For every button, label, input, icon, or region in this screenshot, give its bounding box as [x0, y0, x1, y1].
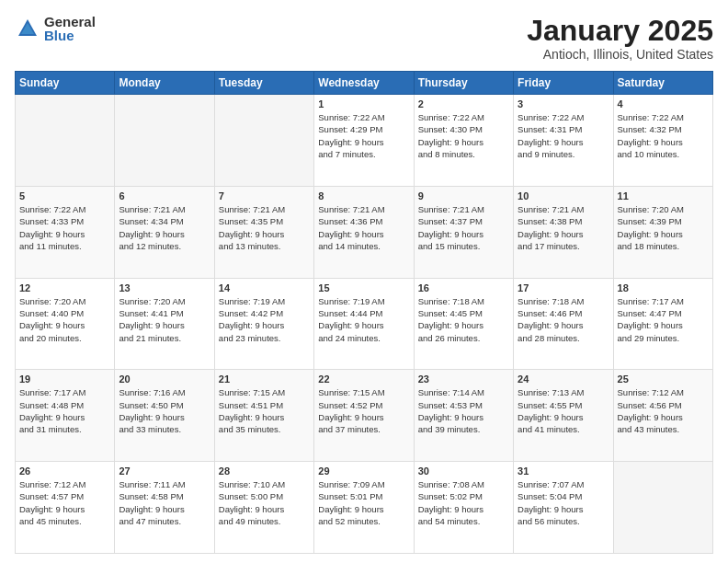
day-info: Sunrise: 7:21 AM Sunset: 4:34 PM Dayligh…	[119, 203, 210, 252]
calendar-cell: 17Sunrise: 7:18 AM Sunset: 4:46 PM Dayli…	[514, 278, 613, 370]
day-info: Sunrise: 7:19 AM Sunset: 4:42 PM Dayligh…	[219, 295, 310, 344]
day-number: 5	[19, 190, 110, 201]
calendar-week-5: 26Sunrise: 7:12 AM Sunset: 4:57 PM Dayli…	[16, 462, 713, 554]
calendar-cell: 10Sunrise: 7:21 AM Sunset: 4:38 PM Dayli…	[514, 186, 613, 278]
weekday-header-saturday: Saturday	[613, 72, 712, 95]
day-info: Sunrise: 7:09 AM Sunset: 5:01 PM Dayligh…	[318, 478, 409, 527]
day-info: Sunrise: 7:18 AM Sunset: 4:45 PM Dayligh…	[418, 295, 509, 344]
day-info: Sunrise: 7:22 AM Sunset: 4:32 PM Dayligh…	[618, 111, 709, 160]
calendar-cell: 14Sunrise: 7:19 AM Sunset: 4:42 PM Dayli…	[214, 278, 313, 370]
calendar-cell: 23Sunrise: 7:14 AM Sunset: 4:53 PM Dayli…	[414, 370, 513, 462]
day-number: 30	[418, 465, 509, 477]
day-info: Sunrise: 7:15 AM Sunset: 4:51 PM Dayligh…	[219, 386, 310, 435]
day-info: Sunrise: 7:12 AM Sunset: 4:57 PM Dayligh…	[19, 478, 110, 527]
calendar-cell: 28Sunrise: 7:10 AM Sunset: 5:00 PM Dayli…	[214, 462, 313, 554]
calendar-cell	[115, 95, 214, 187]
day-info: Sunrise: 7:20 AM Sunset: 4:40 PM Dayligh…	[19, 295, 110, 344]
weekday-header-wednesday: Wednesday	[314, 72, 414, 95]
calendar-cell: 11Sunrise: 7:20 AM Sunset: 4:39 PM Dayli…	[613, 186, 712, 278]
header: General Blue January 2025 Antioch, Illin…	[15, 15, 713, 62]
calendar-cell: 27Sunrise: 7:11 AM Sunset: 4:58 PM Dayli…	[115, 462, 214, 554]
day-number: 20	[119, 373, 210, 385]
logo-general: General	[44, 15, 96, 29]
day-info: Sunrise: 7:20 AM Sunset: 4:39 PM Dayligh…	[618, 203, 709, 252]
day-info: Sunrise: 7:14 AM Sunset: 4:53 PM Dayligh…	[418, 386, 509, 435]
day-number: 9	[418, 190, 509, 201]
day-info: Sunrise: 7:22 AM Sunset: 4:31 PM Dayligh…	[518, 111, 609, 160]
weekday-header-sunday: Sunday	[16, 72, 115, 95]
calendar-cell: 30Sunrise: 7:08 AM Sunset: 5:02 PM Dayli…	[414, 462, 513, 554]
calendar-cell: 29Sunrise: 7:09 AM Sunset: 5:01 PM Dayli…	[314, 462, 414, 554]
day-info: Sunrise: 7:17 AM Sunset: 4:47 PM Dayligh…	[618, 295, 709, 344]
calendar-week-2: 5Sunrise: 7:22 AM Sunset: 4:33 PM Daylig…	[16, 186, 713, 278]
calendar-cell: 13Sunrise: 7:20 AM Sunset: 4:41 PM Dayli…	[115, 278, 214, 370]
calendar-cell: 4Sunrise: 7:22 AM Sunset: 4:32 PM Daylig…	[613, 95, 712, 187]
logo: General Blue	[15, 15, 96, 42]
calendar-table: SundayMondayTuesdayWednesdayThursdayFrid…	[15, 71, 713, 554]
weekday-header-tuesday: Tuesday	[214, 72, 313, 95]
calendar-cell: 25Sunrise: 7:12 AM Sunset: 4:56 PM Dayli…	[613, 370, 712, 462]
day-info: Sunrise: 7:21 AM Sunset: 4:36 PM Dayligh…	[318, 203, 409, 252]
calendar-cell: 19Sunrise: 7:17 AM Sunset: 4:48 PM Dayli…	[16, 370, 115, 462]
calendar-cell	[214, 95, 313, 187]
day-info: Sunrise: 7:10 AM Sunset: 5:00 PM Dayligh…	[219, 478, 310, 527]
day-info: Sunrise: 7:22 AM Sunset: 4:30 PM Dayligh…	[418, 111, 509, 160]
day-number: 13	[119, 282, 210, 293]
day-info: Sunrise: 7:21 AM Sunset: 4:35 PM Dayligh…	[219, 203, 310, 252]
day-info: Sunrise: 7:12 AM Sunset: 4:56 PM Dayligh…	[618, 386, 709, 435]
calendar-cell: 21Sunrise: 7:15 AM Sunset: 4:51 PM Dayli…	[214, 370, 313, 462]
calendar-week-3: 12Sunrise: 7:20 AM Sunset: 4:40 PM Dayli…	[16, 278, 713, 370]
calendar-week-4: 19Sunrise: 7:17 AM Sunset: 4:48 PM Dayli…	[16, 370, 713, 462]
calendar-cell: 7Sunrise: 7:21 AM Sunset: 4:35 PM Daylig…	[214, 186, 313, 278]
day-number: 29	[318, 465, 409, 477]
calendar-cell: 5Sunrise: 7:22 AM Sunset: 4:33 PM Daylig…	[16, 186, 115, 278]
day-number: 16	[418, 282, 509, 293]
day-number: 4	[618, 98, 709, 109]
day-number: 1	[318, 98, 409, 109]
calendar-cell: 3Sunrise: 7:22 AM Sunset: 4:31 PM Daylig…	[514, 95, 613, 187]
calendar-cell: 18Sunrise: 7:17 AM Sunset: 4:47 PM Dayli…	[613, 278, 712, 370]
calendar-cell: 1Sunrise: 7:22 AM Sunset: 4:29 PM Daylig…	[314, 95, 414, 187]
calendar-cell: 24Sunrise: 7:13 AM Sunset: 4:55 PM Dayli…	[514, 370, 613, 462]
day-number: 11	[618, 190, 709, 201]
calendar-title: January 2025	[527, 15, 713, 47]
calendar-cell: 9Sunrise: 7:21 AM Sunset: 4:37 PM Daylig…	[414, 186, 513, 278]
day-number: 27	[119, 465, 210, 477]
day-number: 3	[518, 98, 609, 109]
day-number: 24	[518, 373, 609, 385]
day-info: Sunrise: 7:08 AM Sunset: 5:02 PM Dayligh…	[418, 478, 509, 527]
calendar-cell: 8Sunrise: 7:21 AM Sunset: 4:36 PM Daylig…	[314, 186, 414, 278]
calendar-cell: 22Sunrise: 7:15 AM Sunset: 4:52 PM Dayli…	[314, 370, 414, 462]
day-info: Sunrise: 7:19 AM Sunset: 4:44 PM Dayligh…	[318, 295, 409, 344]
day-number: 31	[518, 465, 609, 477]
day-info: Sunrise: 7:13 AM Sunset: 4:55 PM Dayligh…	[518, 386, 609, 435]
day-number: 26	[19, 465, 110, 477]
day-number: 25	[618, 373, 709, 385]
day-info: Sunrise: 7:22 AM Sunset: 4:33 PM Dayligh…	[19, 203, 110, 252]
calendar-cell: 2Sunrise: 7:22 AM Sunset: 4:30 PM Daylig…	[414, 95, 513, 187]
day-number: 10	[518, 190, 609, 201]
day-number: 14	[219, 282, 310, 293]
day-info: Sunrise: 7:15 AM Sunset: 4:52 PM Dayligh…	[318, 386, 409, 435]
day-info: Sunrise: 7:21 AM Sunset: 4:37 PM Dayligh…	[418, 203, 509, 252]
calendar-cell: 31Sunrise: 7:07 AM Sunset: 5:04 PM Dayli…	[514, 462, 613, 554]
day-info: Sunrise: 7:07 AM Sunset: 5:04 PM Dayligh…	[518, 478, 609, 527]
page: General Blue January 2025 Antioch, Illin…	[0, 0, 728, 563]
calendar-cell: 26Sunrise: 7:12 AM Sunset: 4:57 PM Dayli…	[16, 462, 115, 554]
day-number: 19	[19, 373, 110, 385]
calendar-subtitle: Antioch, Illinois, United States	[527, 47, 713, 62]
weekday-header-monday: Monday	[115, 72, 214, 95]
calendar-cell: 20Sunrise: 7:16 AM Sunset: 4:50 PM Dayli…	[115, 370, 214, 462]
day-number: 28	[219, 465, 310, 477]
day-number: 6	[119, 190, 210, 201]
day-number: 7	[219, 190, 310, 201]
calendar-cell	[613, 462, 712, 554]
day-number: 22	[318, 373, 409, 385]
calendar-week-1: 1Sunrise: 7:22 AM Sunset: 4:29 PM Daylig…	[16, 95, 713, 187]
logo-blue: Blue	[44, 29, 96, 42]
weekday-header-thursday: Thursday	[414, 72, 513, 95]
day-number: 23	[418, 373, 509, 385]
calendar-cell	[16, 95, 115, 187]
day-number: 8	[318, 190, 409, 201]
day-info: Sunrise: 7:21 AM Sunset: 4:38 PM Dayligh…	[518, 203, 609, 252]
